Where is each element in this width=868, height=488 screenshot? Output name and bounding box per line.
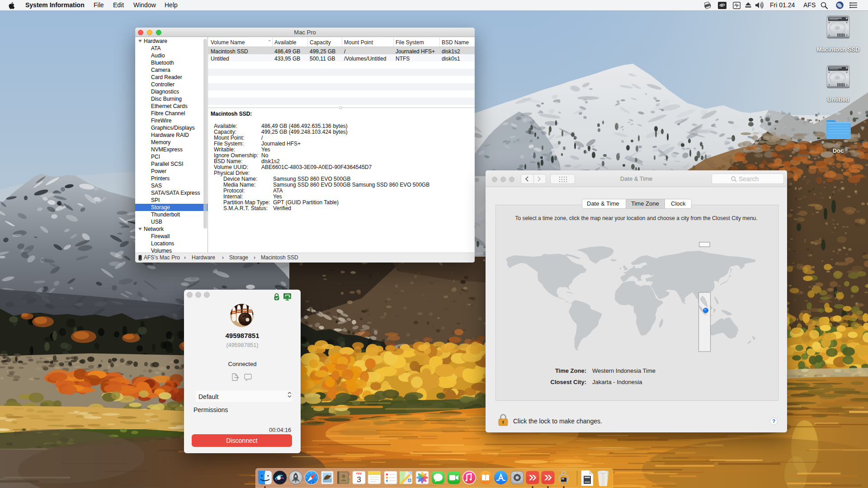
svg-text:3: 3 <box>357 475 361 484</box>
svg-text:FEB: FEB <box>356 472 362 475</box>
